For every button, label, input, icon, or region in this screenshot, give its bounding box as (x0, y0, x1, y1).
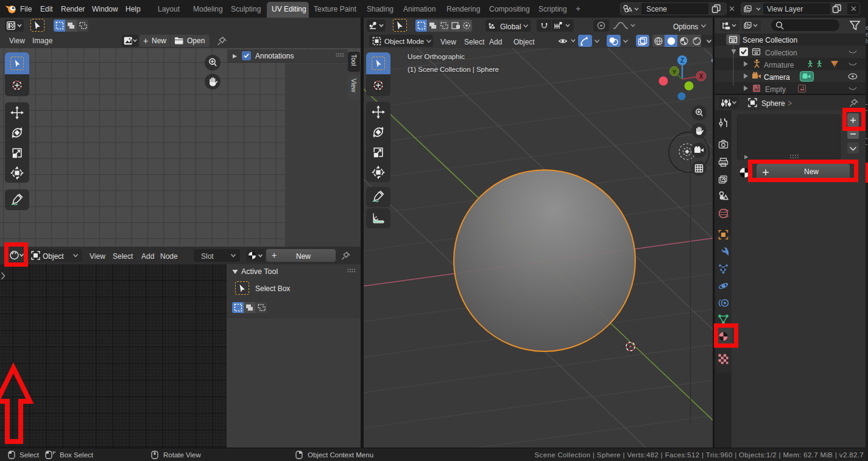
svg-text:X: X (699, 73, 704, 80)
svg-text:Z: Z (680, 57, 684, 64)
svg-text:Y: Y (672, 68, 677, 75)
